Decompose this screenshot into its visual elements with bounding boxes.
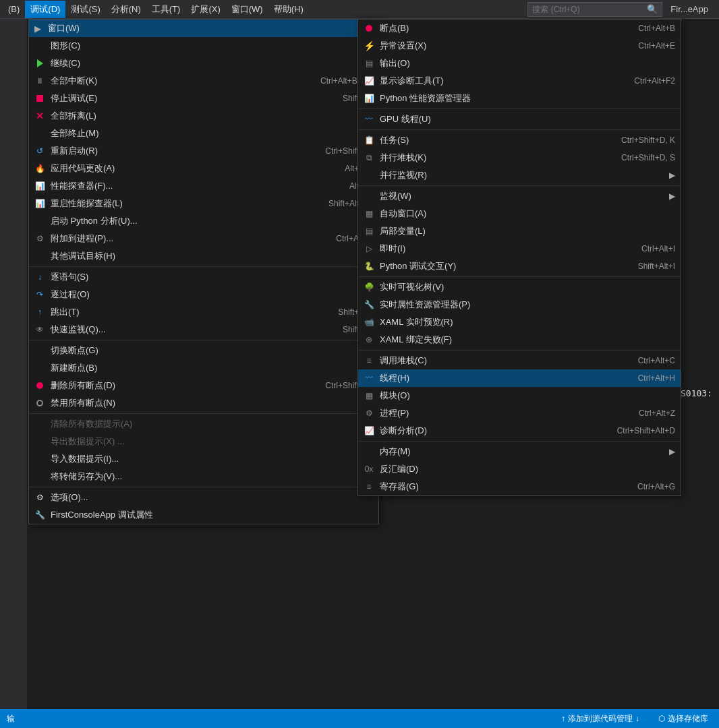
menu-item-help[interactable]: 帮助(H): [268, 1, 309, 18]
r-parallelstack-shortcut: Ctrl+Shift+D, S: [621, 153, 675, 162]
menu-item-r-memory[interactable]: 内存(M) ▶: [358, 443, 681, 460]
r-thread-label: 线程(H): [380, 372, 625, 384]
menu-item-perfexplorer[interactable]: 📊 性能探查器(F)... Alt+F2: [29, 177, 378, 195]
sep1: [29, 266, 378, 267]
r-autowin-label: 自动窗口(A): [380, 208, 675, 220]
r-sep3: [358, 185, 681, 186]
r-exception-shortcut: Ctrl+Alt+E: [638, 41, 675, 51]
menu-item-applycode[interactable]: 🔥 应用代码更改(A) Alt+F10: [29, 160, 378, 177]
menu-item-r-process[interactable]: ⚙ 进程(P) Ctrl+Alt+Z: [358, 404, 681, 422]
r-excl-icon: ⚡: [362, 39, 376, 53]
menu-item-test[interactable]: 测试(S): [65, 1, 105, 18]
menu-item-r-diagtools[interactable]: 📈 显示诊断工具(T) Ctrl+Alt+F2: [358, 72, 681, 90]
menu-item-savememdump[interactable]: 将转储另存为(V)...: [29, 468, 378, 485]
r-realpropres-label: 实时属性资源管理器(P): [380, 299, 675, 311]
menu-item-window[interactable]: 窗口(W): [226, 1, 268, 18]
select-repo-button[interactable]: ⬡ 选择存储库: [654, 712, 712, 726]
r-immediate-label: 即时(I): [380, 243, 628, 255]
menu-item-stepover[interactable]: ↷ 逐过程(O) F10: [29, 286, 378, 303]
menu-item-restartperf[interactable]: 📊 重启性能探查器(L) Shift+Alt+F2: [29, 195, 378, 212]
menu-item-r-immediate[interactable]: ▷ 即时(I) Ctrl+Alt+I: [358, 240, 681, 257]
stepout-icon: ↑: [33, 305, 47, 319]
r-tasks-icon: 📋: [362, 133, 376, 147]
menu-item-stepinto[interactable]: ↓ 逐语句(S) F11: [29, 268, 378, 286]
menu-item-exporttips: 导出数据提示(X) ...: [29, 433, 378, 450]
menu-item-quickwatch[interactable]: 👁 快速监视(Q)... Shift+F9: [29, 321, 378, 338]
menu-item-r-callstack[interactable]: ≡ 调用堆栈(C) Ctrl+Alt+C: [358, 352, 681, 369]
menu-item-r-autowin[interactable]: ▦ 自动窗口(A): [358, 205, 681, 222]
menu-item-r-xamlpreview[interactable]: 📹 XAML 实时预览(R): [358, 313, 681, 331]
menu-item-stopdbg[interactable]: 停止调试(E) Shift+F5: [29, 90, 378, 107]
menu-item-disablebp[interactable]: 禁用所有断点(N): [29, 394, 378, 412]
menu-item-pyanalysis[interactable]: 启动 Python 分析(U)...: [29, 212, 378, 230]
menu-item-tuxing[interactable]: 图形(C) ▶: [29, 37, 378, 55]
menu-item-r-parallelwatch[interactable]: 并行监视(R) ▶: [358, 166, 681, 184]
menu-item-r-output[interactable]: ▤ 输出(O): [358, 55, 681, 72]
r-register-icon: ≡: [362, 480, 376, 493]
menu-item-delbp[interactable]: 删除所有断点(D) Ctrl+Shift+F9: [29, 377, 378, 394]
search-input[interactable]: [532, 5, 647, 14]
menu-item-r-breakpoint[interactable]: 断点(B) Ctrl+Alt+B: [358, 20, 681, 37]
menu-item-ext[interactable]: 扩展(X): [185, 1, 225, 18]
r-register-label: 寄存器(G): [380, 481, 624, 493]
allbreak-label: 全部中断(K): [51, 75, 307, 87]
menu-item-r-exception[interactable]: ⚡ 异常设置(X) Ctrl+Alt+E: [358, 37, 681, 55]
r-sep6: [358, 441, 681, 442]
r-pyinteractive-label: Python 调试交互(Y): [380, 260, 625, 272]
menu-item-r-register[interactable]: ≡ 寄存器(G) Ctrl+Alt+G: [358, 478, 681, 495]
menu-item-r-module[interactable]: ▦ 模块(O): [358, 387, 681, 404]
importtips-label: 导入数据提示(I)...: [51, 453, 373, 465]
editor-sidebar: [0, 19, 27, 709]
menu-item-r-gputhread[interactable]: 〰 GPU 线程(U): [358, 111, 681, 128]
stepinto-label: 逐语句(S): [51, 271, 345, 283]
debug-menu-left: ▶ 窗口(W) ▶ 图形(C) ▶ 继续(C) F5 ⏸ 全部中断(K) Ctr…: [28, 19, 379, 524]
menu-item-r-disasm[interactable]: 0x 反汇编(D): [358, 460, 681, 478]
menu-item-b[interactable]: (B): [3, 1, 25, 17]
menu-item-attachproc[interactable]: ⚙ 附加到进程(P)... Ctrl+Alt+P: [29, 230, 378, 247]
menu-item-r-thread[interactable]: 〰 线程(H) Ctrl+Alt+H: [358, 369, 681, 387]
menu-header-window[interactable]: ▶ 窗口(W) ▶: [29, 20, 378, 37]
menu-item-r-pyinteractive[interactable]: 🐍 Python 调试交互(Y) Shift+Alt+I: [358, 257, 681, 275]
sep4: [29, 487, 378, 487]
restartperf-icon: 📊: [33, 197, 47, 210]
menu-item-allbreak[interactable]: ⏸ 全部中断(K) Ctrl+Alt+Break: [29, 72, 378, 90]
add-to-vcs-button[interactable]: ↑ 添加到源代码管理 ↓: [557, 712, 643, 726]
menu-item-r-parallelstack[interactable]: ⧉ 并行堆栈(K) Ctrl+Shift+D, S: [358, 149, 681, 166]
repo-icon: ⬡: [658, 714, 665, 723]
menu-item-othertarget[interactable]: 其他调试目标(H) ▶: [29, 247, 378, 265]
menu-item-togglebp[interactable]: 切换断点(G) F9: [29, 342, 378, 359]
menu-item-r-realpropres[interactable]: 🔧 实时属性资源管理器(P): [358, 296, 681, 313]
menu-item-debug[interactable]: 调试(D): [25, 1, 65, 18]
r-sep2: [358, 129, 681, 130]
clearall-label: 清除所有数据提示(A): [51, 418, 373, 430]
stopdbg-icon: [33, 92, 47, 105]
status-bar-right: ↑ 添加到源代码管理 ↓ ⬡ 选择存储库: [557, 712, 712, 726]
r-gpu-icon: 〰: [362, 113, 376, 126]
menu-item-r-diaganalysis[interactable]: 📈 诊断分析(D) Ctrl+Shift+Alt+D: [358, 422, 681, 439]
search-box[interactable]: 🔍: [527, 2, 662, 17]
stepover-label: 逐过程(O): [51, 289, 345, 301]
menu-item-options[interactable]: ⚙ 选项(O)...: [29, 489, 378, 506]
menu-item-r-pyperfmgr[interactable]: 📊 Python 性能资源管理器: [358, 90, 681, 107]
window-submenu-arrow-left: ▶: [34, 24, 41, 34]
menu-item-projprops[interactable]: 🔧 FirstConsoleApp 调试属性: [29, 506, 378, 524]
menu-item-continue[interactable]: 继续(C) F5: [29, 55, 378, 72]
r-autowin-icon: ▦: [362, 207, 376, 220]
menu-item-tools[interactable]: 工具(T): [146, 1, 186, 18]
continue-label: 继续(C): [51, 57, 350, 69]
menu-item-analyze[interactable]: 分析(N): [106, 1, 146, 18]
menu-item-termall[interactable]: 全部终止(M): [29, 125, 378, 142]
menu-item-r-tasks[interactable]: 📋 任务(S) Ctrl+Shift+D, K: [358, 131, 681, 149]
menu-item-r-localvar[interactable]: ▤ 局部变量(L): [358, 222, 681, 240]
menu-item-r-xamlbind[interactable]: ⊛ XAML 绑定失败(F): [358, 331, 681, 348]
menu-item-newbp[interactable]: 新建断点(B) ▶: [29, 359, 378, 377]
menu-item-detach[interactable]: ✕ 全部拆离(L): [29, 107, 378, 125]
r-memory-arrow: ▶: [669, 447, 675, 456]
menu-item-importtips[interactable]: 导入数据提示(I)...: [29, 450, 378, 468]
menu-item-r-realtree[interactable]: 🌳 实时可视化树(V): [358, 278, 681, 296]
menu-item-restart[interactable]: ↺ 重新启动(R) Ctrl+Shift+F5: [29, 142, 378, 160]
menu-item-r-watch[interactable]: 监视(W) ▶: [358, 187, 681, 205]
restartperf-label: 重启性能探查器(L): [51, 198, 315, 210]
menu-item-stepout[interactable]: ↑ 跳出(T) Shift+F11: [29, 303, 378, 321]
restart-icon: ↺: [33, 144, 47, 158]
